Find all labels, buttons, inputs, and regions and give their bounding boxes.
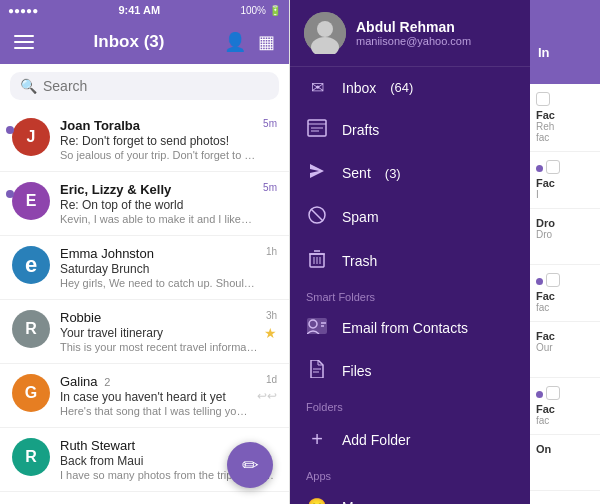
menu-button[interactable] <box>14 35 34 49</box>
sent-icon <box>306 162 328 184</box>
account-icon[interactable]: 👤 <box>224 31 246 53</box>
email-time: 5m <box>263 182 277 193</box>
signal-dots: ●●●●● <box>8 5 38 16</box>
messenger-icon: 😊 <box>306 497 328 504</box>
compose-button[interactable]: ✏ <box>227 442 273 488</box>
email-meta: 3h ★ <box>264 310 277 341</box>
right-checkbox[interactable] <box>546 160 560 174</box>
avatar: G <box>12 374 50 412</box>
email-meta: 1d ↩↩ <box>257 374 277 403</box>
email-item-3[interactable]: e Emma Johnston Saturday Brunch Hey girl… <box>0 236 289 300</box>
search-input[interactable] <box>43 78 269 94</box>
right-status-bar <box>530 0 600 20</box>
right-panel: In Fac Reh fac Fac I Dro Dro Fac fac Fac… <box>530 0 600 504</box>
email-item-4[interactable]: R Robbie Your travel itinerary This is y… <box>0 300 289 364</box>
drawer-item-label: Drafts <box>342 122 379 138</box>
email-preview: Here's that song that I was telling you … <box>60 405 251 417</box>
inbox-title: Inbox (3) <box>94 32 165 52</box>
email-subject: In case you haven't heard it yet <box>60 390 251 404</box>
email-sender: Galina 2 <box>60 374 251 389</box>
right-header: In <box>530 20 600 84</box>
right-item-6[interactable]: Fac fac <box>530 378 600 435</box>
drawer-item-label: Messenger <box>342 499 411 505</box>
drawer-user-info: Abdul Rehman maniisone@yahoo.com <box>356 19 471 47</box>
search-icon: 🔍 <box>20 78 37 94</box>
email-time: 1d <box>266 374 277 385</box>
drawer-item-label: Spam <box>342 209 379 225</box>
email-subject: Re: On top of the world <box>60 198 257 212</box>
right-item-5[interactable]: Fac Our <box>530 322 600 378</box>
email-preview: This is your most recent travel informat… <box>60 341 258 353</box>
right-item-2[interactable]: Fac I <box>530 152 600 209</box>
drawer-item-label: Email from Contacts <box>342 320 468 336</box>
folders-label: Folders <box>290 393 530 417</box>
right-checkbox[interactable] <box>546 386 560 400</box>
drawer-avatar <box>304 12 346 54</box>
email-preview: So jealous of your trip. Don't forget to… <box>60 149 257 161</box>
right-item-name: Fac <box>536 290 594 302</box>
drawer-item-add-folder[interactable]: + Add Folder <box>290 417 530 462</box>
email-time: 1h <box>266 246 277 257</box>
drawer-item-spam[interactable]: Spam <box>290 195 530 239</box>
drawer-user-email: maniisone@yahoo.com <box>356 35 471 47</box>
right-item-1[interactable]: Fac Reh fac <box>530 84 600 152</box>
drawer-item-messenger[interactable]: 😊 Messenger <box>290 486 530 504</box>
email-meta: 5m <box>263 118 277 129</box>
email-meta: 5m <box>263 182 277 193</box>
spam-icon <box>306 206 328 228</box>
compose-icon: ✏ <box>242 453 259 477</box>
left-panel: ●●●●● 9:41 AM 100% 🔋 Inbox (3) 👤 ▦ 🔍 J <box>0 0 290 504</box>
files-icon <box>306 360 328 382</box>
right-checkbox[interactable] <box>536 92 550 106</box>
email-time: 5m <box>263 118 277 129</box>
email-content: Robbie Your travel itinerary This is you… <box>60 310 258 353</box>
drawer-user-name: Abdul Rehman <box>356 19 471 35</box>
status-time: 9:41 AM <box>118 4 160 16</box>
drawer-item-sent[interactable]: Sent (3) <box>290 151 530 195</box>
drawer-item-label: Add Folder <box>342 432 410 448</box>
email-item-5[interactable]: G Galina 2 In case you haven't heard it … <box>0 364 289 428</box>
right-checkbox[interactable] <box>546 273 560 287</box>
smart-folders-label: Smart Folders <box>290 283 530 307</box>
svg-point-1 <box>317 21 333 37</box>
email-preview: Kevin, I was able to make it and I liked… <box>60 213 257 225</box>
email-content: Joan Toralba Re: Don't forget to send ph… <box>60 118 257 161</box>
reply-icon: ↩↩ <box>257 389 277 403</box>
inbox-icon: ✉ <box>306 78 328 97</box>
email-sender: Emma Johnston <box>60 246 260 261</box>
edit-icon[interactable]: ▦ <box>258 31 275 53</box>
right-item-name: Fac <box>536 109 594 121</box>
right-item-name: Fac <box>536 177 594 189</box>
unread-dot <box>6 190 14 198</box>
avatar-image <box>304 12 346 54</box>
trash-icon <box>306 250 328 272</box>
drawer-item-count: (64) <box>390 80 413 95</box>
unread-dot <box>536 278 543 285</box>
svg-marker-7 <box>310 164 324 178</box>
drawer-item-drafts[interactable]: Drafts <box>290 108 530 151</box>
email-item-2[interactable]: E Eric, Lizzy & Kelly Re: On top of the … <box>0 172 289 236</box>
drawer-item-trash[interactable]: Trash <box>290 239 530 283</box>
email-content: Eric, Lizzy & Kelly Re: On top of the wo… <box>60 182 257 225</box>
avatar: e <box>12 246 50 284</box>
right-item-name: Fac <box>536 330 594 342</box>
drawer-header: Abdul Rehman maniisone@yahoo.com <box>290 0 530 67</box>
right-item-name: Fac <box>536 403 594 415</box>
email-preview: Hey girls, We need to catch up. Should I… <box>60 277 260 289</box>
drawer-item-inbox[interactable]: ✉ Inbox (64) <box>290 67 530 108</box>
drawer-item-email-from-contacts[interactable]: Email from Contacts <box>290 307 530 349</box>
email-sender: Robbie <box>60 310 258 325</box>
email-item-1[interactable]: J Joan Toralba Re: Don't forget to send … <box>0 108 289 172</box>
right-header-text: In <box>538 45 550 60</box>
apps-label: Apps <box>290 462 530 486</box>
right-item-preview: fac <box>536 415 594 426</box>
avatar: J <box>12 118 50 156</box>
right-item-4[interactable]: Fac fac <box>530 265 600 322</box>
status-left: ●●●●● <box>8 5 38 16</box>
email-subject: Re: Don't forget to send photos! <box>60 134 257 148</box>
battery-icon: 🔋 <box>269 5 281 16</box>
drawer-item-files[interactable]: Files <box>290 349 530 393</box>
right-item-7[interactable]: On <box>530 435 600 491</box>
right-item-3[interactable]: Dro Dro <box>530 209 600 265</box>
drawer-item-count: (3) <box>385 166 401 181</box>
